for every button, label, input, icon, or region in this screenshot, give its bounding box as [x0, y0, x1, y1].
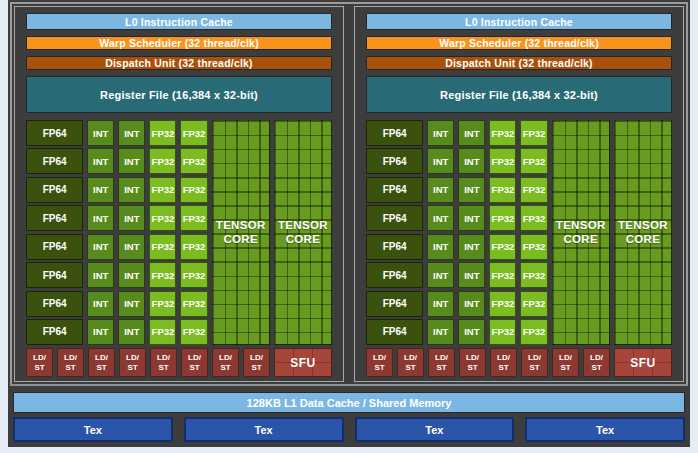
ldst-unit: LD/ ST [150, 348, 177, 377]
fp32-core-cell: FP32 [520, 291, 547, 317]
ldst-label-line1: LD/ [590, 353, 603, 363]
ldst-unit: LD/ ST [366, 348, 393, 377]
ldst-unit: LD/ ST [57, 348, 84, 377]
fp32-core-cell: FP32 [149, 291, 176, 317]
ldst-label-line1: LD/ [250, 353, 263, 363]
ldst-label-line1: LD/ [404, 353, 417, 363]
ldst-label-line2: ST [34, 363, 44, 373]
tensor-core-label-line1: TENSOR [278, 219, 328, 233]
ldst-label-line2: ST [158, 363, 168, 373]
sm-sub-partition: L0 Instruction Cache Warp Scheduler (32 … [354, 6, 684, 382]
fp64-core-cell: FP64 [26, 205, 83, 231]
int-core-cell: INT [427, 234, 454, 260]
ldst-label-line1: LD/ [157, 353, 170, 363]
ldst-unit: LD/ ST [490, 348, 517, 377]
ldst-label-line2: ST [96, 363, 106, 373]
fp32-core-cell: FP32 [520, 120, 547, 146]
ldst-label-line1: LD/ [95, 353, 108, 363]
ldst-label-line2: ST [65, 363, 75, 373]
ldst-label-line1: LD/ [559, 353, 572, 363]
ldst-sfu-row: LD/ ST LD/ ST LD/ ST [366, 348, 672, 377]
int-core-cell: INT [118, 120, 145, 146]
ldst-unit: LD/ ST [212, 348, 239, 377]
fp32-core-cell: FP32 [180, 177, 207, 203]
int-core-cell: INT [427, 262, 454, 288]
fp32-core-cell: FP32 [489, 205, 516, 231]
int-core-cell: INT [118, 319, 145, 345]
ldst-unit: LD/ ST [26, 348, 53, 377]
int-core-cell: INT [87, 291, 114, 317]
fp32-core-cell: FP32 [149, 177, 176, 203]
fp64-core-cell: FP64 [26, 234, 83, 260]
ldst-label-line2: ST [374, 363, 384, 373]
ldst-label-line2: ST [189, 363, 199, 373]
dispatch-unit-bar: Dispatch Unit (32 thread/clk) [366, 56, 672, 70]
fp64-core-cell: FP64 [26, 177, 83, 203]
fp32-core-cell: FP32 [520, 262, 547, 288]
fp32-core-cell: FP32 [180, 262, 207, 288]
ldst-label-line2: ST [560, 363, 570, 373]
fp32-core-cell: FP32 [489, 262, 516, 288]
l1-data-cache-bar: 128KB L1 Data Cache / Shared Memory [13, 392, 685, 413]
ldst-unit: LD/ ST [428, 348, 455, 377]
fp64-core-cell: FP64 [26, 291, 83, 317]
fp64-core-cell: FP64 [366, 234, 423, 260]
fp32-core-cell: FP32 [489, 234, 516, 260]
sm-frame: L0 Instruction Cache Warp Scheduler (32 … [8, 0, 690, 447]
fp32-core-cell: FP32 [180, 120, 207, 146]
fp32-core-cell: FP32 [520, 205, 547, 231]
ldst-label-line2: ST [498, 363, 508, 373]
fp32-core-cell: FP32 [149, 205, 176, 231]
ldst-label-line1: LD/ [497, 353, 510, 363]
ldst-unit: LD/ ST [552, 348, 579, 377]
fp32-core-cell: FP32 [149, 120, 176, 146]
ldst-label-line1: LD/ [64, 353, 77, 363]
ldst-label-line1: LD/ [435, 353, 448, 363]
dispatch-unit-bar: Dispatch Unit (32 thread/clk) [26, 56, 332, 70]
tensor-core-block: TENSOR CORE [614, 120, 672, 345]
fp32-core-cell: FP32 [520, 148, 547, 174]
fp64-core-cell: FP64 [26, 120, 83, 146]
fp64-core-cell: FP64 [26, 319, 83, 345]
tex-unit: Tex [525, 417, 685, 442]
fp64-core-cell: FP64 [366, 177, 423, 203]
ldst-sfu-row: LD/ ST LD/ ST LD/ ST [26, 348, 332, 377]
ldst-label-line2: ST [127, 363, 137, 373]
fp32-core-cell: FP32 [149, 234, 176, 260]
ldst-label-line1: LD/ [373, 353, 386, 363]
ldst-unit: LD/ ST [521, 348, 548, 377]
fp32-core-cell: FP32 [520, 234, 547, 260]
int-core-cell: INT [427, 319, 454, 345]
int-core-cell: INT [458, 205, 485, 231]
ldst-label-line2: ST [251, 363, 261, 373]
fp64-core-cell: FP64 [366, 148, 423, 174]
tex-row: Tex Tex Tex Tex [13, 417, 685, 442]
ldst-label-line2: ST [436, 363, 446, 373]
sm-partitions: L0 Instruction Cache Warp Scheduler (32 … [14, 6, 684, 382]
fp64-core-cell: FP64 [26, 148, 83, 174]
fp32-core-cell: FP32 [180, 148, 207, 174]
int-core-cell: INT [118, 205, 145, 231]
fp32-core-cell: FP32 [149, 148, 176, 174]
fp32-column: FP32 FP32 FP32 FP32 FP32 FP32 [149, 120, 176, 345]
fp32-column: FP32 FP32 FP32 FP32 FP32 FP32 [180, 120, 207, 345]
sm-sub-partition: L0 Instruction Cache Warp Scheduler (32 … [14, 6, 344, 382]
int-core-cell: INT [427, 205, 454, 231]
tensor-core-label-line2: CORE [626, 233, 660, 247]
register-file-bar: Register File (16,384 x 32-bit) [26, 76, 332, 113]
fp64-column: FP64 FP64 FP64 FP64 FP64 FP64 FP64 [26, 120, 83, 345]
fp32-core-cell: FP32 [489, 177, 516, 203]
warp-scheduler-bar: Warp Scheduler (32 thread/clk) [26, 36, 332, 50]
tensor-core-label-line1: TENSOR [216, 219, 266, 233]
int-core-cell: INT [87, 262, 114, 288]
fp32-core-cell: FP32 [149, 262, 176, 288]
tensor-core-label-line1: TENSOR [556, 219, 606, 233]
l0-instruction-cache-bar: L0 Instruction Cache [366, 13, 672, 30]
int-column: INT INT INT INT INT INT [427, 120, 454, 345]
tensor-core-label-line1: TENSOR [618, 219, 668, 233]
tensor-core-block: TENSOR CORE [212, 120, 270, 345]
int-column: INT INT INT INT INT INT [458, 120, 485, 345]
int-core-cell: INT [118, 262, 145, 288]
int-core-cell: INT [87, 319, 114, 345]
int-core-cell: INT [427, 291, 454, 317]
